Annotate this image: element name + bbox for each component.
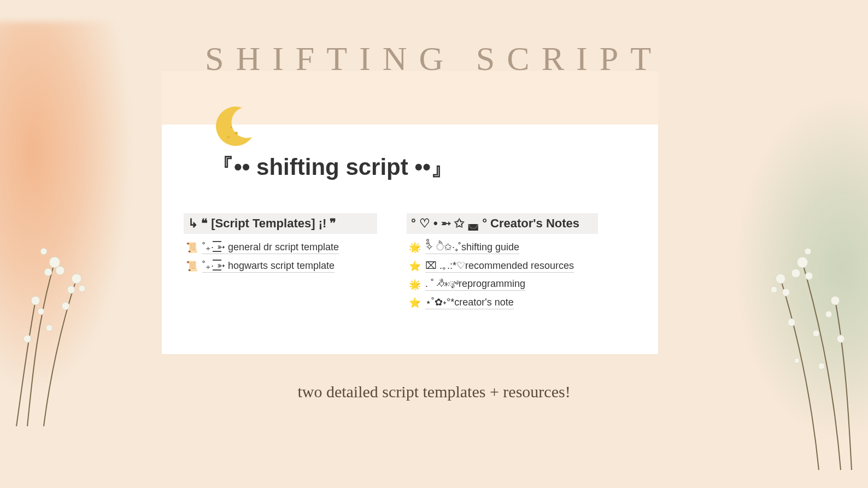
moon-icon (208, 103, 257, 152)
link-label: ⋆˚✿˖°*creator's note (425, 296, 514, 309)
svg-point-8 (62, 302, 69, 310)
list-item[interactable]: 📜 ˚₊· ͟͟͞͞➳ general dr script template (184, 238, 377, 257)
svg-point-2 (44, 268, 52, 276)
star-icon: 🌟 (409, 279, 421, 291)
link-label: . ˚◞♡⃗*ೃ༄reprogramming (425, 278, 525, 291)
document-card: 『•• shifting script ••』 ↳ ❝ [Script Temp… (162, 71, 658, 354)
star-icon: ⭐ (409, 297, 421, 309)
svg-point-11 (40, 248, 47, 255)
star-icon: ⭐ (409, 260, 421, 272)
svg-point-13 (791, 269, 800, 278)
list-item[interactable]: 📜 ˚₊· ͟͟͞͞➳ hogwarts script template (184, 257, 377, 275)
list-item[interactable]: 🌟 . ˚◞♡⃗*ೃ༄reprogramming (407, 275, 598, 293)
list-item[interactable]: ⭐ ⌧ .｡.:*♡recommended resources (407, 257, 598, 275)
svg-point-1 (56, 266, 64, 275)
page-title: SHIFTING SCRIPT (0, 39, 868, 78)
link-label: ˚₊· ͟͟͞͞➳ general dr script template (202, 241, 339, 254)
svg-point-23 (805, 248, 811, 255)
svg-point-6 (31, 296, 40, 305)
svg-point-4 (67, 286, 75, 293)
subtitle: two detailed script templates + resource… (0, 383, 868, 401)
svg-point-28 (230, 126, 232, 128)
svg-point-16 (782, 289, 790, 296)
svg-point-7 (38, 308, 44, 315)
star-icon: 🌟 (409, 242, 421, 254)
scroll-icon: 📜 (186, 260, 198, 272)
list-item[interactable]: ⭐ ⋆˚✿˖°*creator's note (407, 293, 598, 312)
scroll-icon: 📜 (186, 242, 198, 254)
svg-point-21 (813, 330, 819, 337)
svg-point-12 (797, 257, 808, 268)
svg-point-25 (794, 358, 800, 363)
link-label: ˚₊· ͟͟͞͞➳ hogwarts script template (202, 260, 335, 273)
svg-point-17 (771, 286, 777, 293)
link-label: ⌧ .｡.:*♡recommended resources (425, 260, 574, 273)
svg-point-22 (837, 335, 844, 343)
creators-notes-column: ° ♡ • ➵ ✩ ◛ ° Creator's Notes 🌟 ْ✧ّ ੈ✩‧₊… (407, 213, 598, 312)
svg-point-24 (818, 363, 825, 369)
svg-point-5 (79, 285, 85, 292)
svg-point-20 (788, 319, 795, 326)
notes-heading: ° ♡ • ➵ ✩ ◛ ° Creator's Notes (407, 213, 598, 234)
svg-point-15 (776, 274, 785, 284)
svg-point-19 (825, 311, 832, 318)
card-body: 『•• shifting script ••』 ↳ ❝ [Script Temp… (162, 125, 658, 354)
svg-point-18 (831, 296, 840, 305)
svg-point-10 (24, 335, 31, 343)
link-label: ْ✧ّ ੈ✩‧₊˚shifting guide (425, 241, 519, 254)
svg-point-3 (72, 274, 81, 284)
svg-point-9 (46, 325, 52, 331)
svg-point-27 (227, 136, 230, 139)
svg-point-0 (49, 257, 60, 268)
list-item[interactable]: 🌟 ْ✧ّ ੈ✩‧₊˚shifting guide (407, 238, 598, 257)
script-templates-column: ↳ ❝ [Script Templates] ¡! ❞ 📜 ˚₊· ͟͟͞͞➳ … (184, 213, 377, 312)
svg-point-14 (805, 272, 813, 280)
svg-point-26 (235, 132, 238, 134)
document-title: 『•• shifting script ••』 (211, 152, 636, 183)
templates-heading: ↳ ❝ [Script Templates] ¡! ❞ (184, 213, 377, 234)
floral-right-decoration (709, 164, 868, 470)
